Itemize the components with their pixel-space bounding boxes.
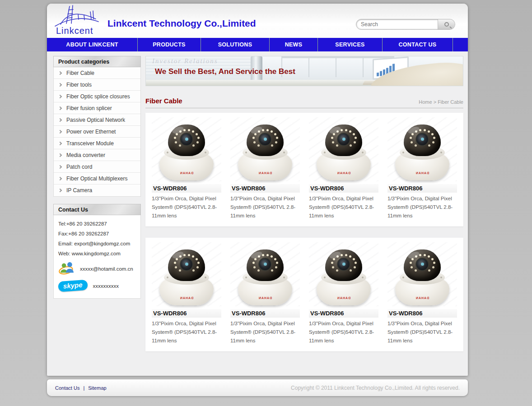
sidebar-item-fiber-tools[interactable]: Fiber tools bbox=[54, 79, 140, 91]
camera-dome bbox=[168, 249, 205, 281]
chevron-right-icon bbox=[58, 153, 62, 157]
category-label: Fiber Cable bbox=[66, 70, 94, 76]
logo-wordmark: Linkcent bbox=[56, 26, 93, 36]
camera-brand-label: DAHAN bbox=[235, 296, 295, 300]
contact-web[interactable]: Web: www.kingdomgz.com bbox=[58, 251, 136, 256]
chevron-right-icon bbox=[58, 165, 62, 168]
camera-brand-label: DAHAN bbox=[392, 296, 452, 300]
banner-slogan: We Sell the Best, And Service the Best bbox=[155, 67, 295, 76]
sidebar-item-fiber-cable[interactable]: Fiber Cable bbox=[54, 67, 140, 79]
product-image[interactable]: DAHAN bbox=[152, 117, 221, 181]
product-title[interactable]: VS-WDR806 bbox=[230, 309, 300, 318]
bridge-logo-icon bbox=[52, 5, 102, 27]
msn-address[interactable]: xxxxx@hotamil.com.cn bbox=[80, 266, 133, 272]
product-image[interactable]: DAHAN bbox=[152, 242, 221, 306]
product-description: 1/3"Pixim Orca, Digital Pixel System® (D… bbox=[152, 194, 221, 220]
chevron-right-icon bbox=[58, 141, 62, 145]
product-image[interactable]: DAHAN bbox=[309, 242, 378, 306]
nav-item-products[interactable]: PRODUCTS bbox=[138, 38, 201, 51]
product-card: DAHANVS-WDR8061/3"Pixim Orca, Digital Pi… bbox=[147, 242, 226, 345]
product-image[interactable]: DAHAN bbox=[387, 117, 457, 181]
sidebar-item-fiber-fusion-splicer[interactable]: Fiber fusion splicer bbox=[54, 102, 140, 114]
product-image[interactable]: DAHAN bbox=[387, 242, 457, 306]
footer-link-sitemap[interactable]: Sitemap bbox=[88, 385, 106, 391]
categories-header: Product categories bbox=[53, 56, 141, 67]
hero-banner: Investor Relations We Sell the Best, And… bbox=[145, 56, 463, 86]
sidebar-item-transceiver-module[interactable]: Transceiver Module bbox=[54, 138, 140, 149]
product-row-1: DAHANVS-WDR8061/3"Pixim Orca, Digital Pi… bbox=[145, 113, 463, 226]
page-title: Fiber Cable bbox=[145, 97, 182, 105]
camera-dome bbox=[404, 249, 441, 281]
main-nav: ABOUT LINKCENTPRODUCTSSOLUTIONSNEWSSERVI… bbox=[47, 38, 468, 51]
sidebar-item-ip-camera[interactable]: IP Camera bbox=[54, 185, 140, 196]
product-title[interactable]: VS-WDR806 bbox=[387, 309, 457, 318]
msn-messenger-icon bbox=[58, 262, 75, 276]
contact-email[interactable]: Email: export@kingdomgz.com bbox=[58, 241, 136, 246]
camera-lens bbox=[180, 258, 193, 271]
skype-id[interactable]: xxxxxxxxxx bbox=[93, 283, 119, 289]
site-container: Linkcent Linkcent Technology Co.,Limited… bbox=[47, 4, 468, 376]
camera-dome bbox=[247, 249, 284, 281]
nav-item-news[interactable]: NEWS bbox=[270, 38, 318, 51]
product-description: 1/3"Pixim Orca, Digital Pixel System® (D… bbox=[387, 319, 457, 345]
footer-link-contact-us[interactable]: Contact Us bbox=[55, 385, 79, 391]
category-label: Power over Ethernet bbox=[66, 129, 116, 135]
footer-links: Contact Us|Sitemap bbox=[55, 385, 107, 391]
search-icon bbox=[444, 22, 449, 27]
nav-item-about-linkcent[interactable]: ABOUT LINKCENT bbox=[47, 38, 138, 51]
sidebar-item-passive-optical-network[interactable]: Passive Optical Network bbox=[54, 114, 140, 126]
msn-row: xxxxx@hotamil.com.cn bbox=[58, 262, 136, 276]
product-image[interactable]: DAHAN bbox=[230, 117, 300, 181]
sidebar-item-media-converter[interactable]: Media converter bbox=[54, 149, 140, 161]
camera-lens bbox=[258, 258, 272, 271]
product-image[interactable]: DAHAN bbox=[309, 117, 378, 181]
breadcrumb[interactable]: Home > Fiber Cable bbox=[419, 99, 463, 105]
nav-item-solutions[interactable]: SOLUTIONS bbox=[201, 38, 270, 51]
category-label: Fiber fusion splicer bbox=[66, 105, 112, 111]
camera-brand-label: DAHAN bbox=[392, 171, 452, 175]
product-description: 1/3"Pixim Orca, Digital Pixel System® (D… bbox=[309, 194, 378, 220]
product-title[interactable]: VS-WDR806 bbox=[309, 184, 378, 193]
product-card: DAHANVS-WDR8061/3"Pixim Orca, Digital Pi… bbox=[226, 242, 304, 345]
product-image[interactable]: DAHAN bbox=[230, 242, 300, 306]
content-area: Product categories Fiber CableFiber tool… bbox=[47, 51, 468, 376]
product-title[interactable]: VS-WDR806 bbox=[230, 184, 300, 193]
chevron-right-icon bbox=[58, 118, 62, 121]
dome-camera-illustration: DAHAN bbox=[235, 245, 295, 306]
logo[interactable]: Linkcent bbox=[52, 5, 107, 37]
category-label: Passive Optical Network bbox=[66, 117, 125, 123]
product-description: 1/3"Pixim Orca, Digital Pixel System® (D… bbox=[230, 319, 300, 345]
search-button[interactable] bbox=[438, 19, 455, 29]
dome-camera-illustration: DAHAN bbox=[392, 245, 452, 306]
nav-item-services[interactable]: SERVICES bbox=[318, 38, 383, 51]
product-card: DAHANVS-WDR8061/3"Pixim Orca, Digital Pi… bbox=[383, 242, 462, 345]
dome-camera-illustration: DAHAN bbox=[314, 120, 373, 181]
contact-box: Tel:+86 20 39262287 Fax:+86 20 39262287 … bbox=[53, 215, 141, 299]
category-label: IP Camera bbox=[66, 187, 92, 194]
sidebar-item-patch-cord[interactable]: Patch cord bbox=[54, 161, 140, 173]
product-description: 1/3"Pixim Orca, Digital Pixel System® (D… bbox=[230, 194, 300, 220]
product-title[interactable]: VS-WDR806 bbox=[152, 184, 221, 193]
chevron-right-icon bbox=[58, 106, 62, 110]
skype-row: skype xxxxxxxxxx bbox=[58, 281, 136, 291]
product-description: 1/3"Pixim Orca, Digital Pixel System® (D… bbox=[309, 319, 378, 345]
product-title[interactable]: VS-WDR806 bbox=[387, 184, 457, 193]
sidebar-item-power-over-ethernet[interactable]: Power over Ethernet bbox=[54, 126, 140, 138]
category-label: Transceiver Module bbox=[66, 140, 114, 147]
search-input[interactable] bbox=[357, 20, 438, 28]
category-label: Patch cord bbox=[66, 164, 92, 170]
sidebar-item-fiber-optical-multiplexers[interactable]: Fiber Optical Multiplexers bbox=[54, 173, 140, 185]
chevron-right-icon bbox=[58, 71, 62, 74]
product-description: 1/3"Pixim Orca, Digital Pixel System® (D… bbox=[152, 319, 221, 345]
product-card: DAHANVS-WDR8061/3"Pixim Orca, Digital Pi… bbox=[383, 117, 462, 220]
contact-tel: Tel:+86 20 39262287 bbox=[58, 221, 136, 226]
product-title[interactable]: VS-WDR806 bbox=[152, 309, 221, 318]
sidebar-item-fiber-optic-splice-closures[interactable]: Fiber Optic splice closures bbox=[54, 91, 140, 102]
dome-camera-illustration: DAHAN bbox=[157, 120, 216, 181]
product-title[interactable]: VS-WDR806 bbox=[309, 309, 378, 318]
product-row-2: DAHANVS-WDR8061/3"Pixim Orca, Digital Pi… bbox=[145, 238, 463, 351]
search-box bbox=[356, 19, 455, 30]
nav-item-contact-us[interactable]: CONTACT US bbox=[383, 38, 453, 51]
camera-dome bbox=[404, 125, 441, 156]
camera-dome bbox=[168, 125, 205, 156]
